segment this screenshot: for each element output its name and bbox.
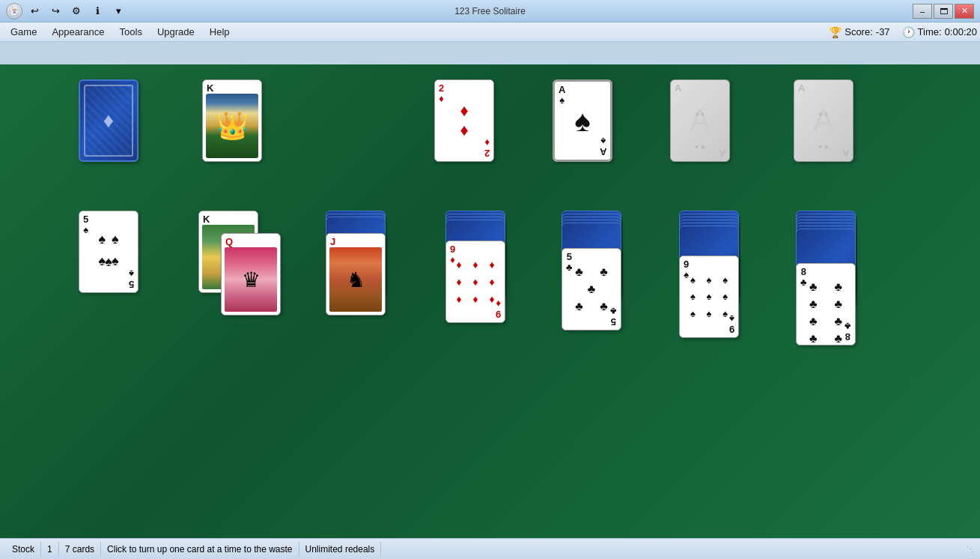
game-area[interactable]: ♦ K♣ K♣ 👑 2♦ 2♦ ♦ ♦ A♠ A♠ ♠ A: [0, 64, 980, 538]
five-clubs-card[interactable]: 5♣ 5♣ ♣♣ ♣ ♣♣: [561, 248, 621, 330]
status-hint: Click to turn up one card at a time to t…: [101, 542, 299, 557]
title-bar-left: 🃏 ↩ ↪ ⚙ ℹ ▾: [6, 2, 127, 20]
toolbar-icon-1[interactable]: ↩: [25, 2, 43, 20]
time-display: 🕐 Time: 0:00:20: [902, 26, 977, 38]
queen-tableau-card[interactable]: Q♥ Q♥ ♛: [221, 233, 281, 315]
stock-pile[interactable]: ♦: [79, 79, 139, 162]
status-stock-count: 1: [41, 542, 59, 557]
maximize-button[interactable]: 🗖: [934, 4, 953, 19]
status-bar: Stock 1 7 cards Click to turn up one car…: [0, 538, 980, 559]
window-controls: – 🗖 ✕: [913, 4, 974, 19]
menu-tools[interactable]: Tools: [112, 24, 150, 40]
resize-grip-icon: ⋱: [967, 545, 974, 553]
five-spades-card[interactable]: 5♠ 5♠ ♠♠ ♠♠ ♠: [79, 211, 139, 293]
toolbar-icon-5[interactable]: ▾: [109, 2, 127, 20]
close-button[interactable]: ✕: [955, 4, 974, 19]
score-value: -37: [876, 26, 890, 37]
toolbar-icon-3[interactable]: ⚙: [67, 2, 85, 20]
window-title: 123 Free Solitaire: [454, 6, 526, 16]
nine-spades-card[interactable]: 9♠ 9♠ ♠♠♠ ♠♠♠ ♠♠♠: [679, 256, 739, 338]
title-bar: 🃏 ↩ ↪ ⚙ ℹ ▾ 123 Free Solitaire – 🗖 ✕: [0, 0, 980, 22]
menu-appearance[interactable]: Appearance: [44, 24, 112, 40]
minimize-button[interactable]: –: [913, 4, 932, 19]
status-cards-count: 7 cards: [59, 542, 101, 557]
king-clubs-card[interactable]: K♣ K♣ 👑: [202, 79, 262, 162]
time-label: Time:: [918, 26, 942, 37]
foundation-1[interactable]: A A A ♥ ♣ ♠ ♦: [670, 79, 730, 162]
toolbar-icon-2[interactable]: ↪: [46, 2, 64, 20]
score-display: 🏆 Score: -37: [829, 26, 889, 38]
status-stock-label: Stock: [6, 542, 41, 557]
ace-spades-card[interactable]: A♠ A♠ ♠: [553, 79, 612, 162]
nine-diamonds-card[interactable]: 9♦ 9♦ ♦♦♦ ♦♦♦ ♦♦♦: [445, 241, 505, 323]
menu-upgrade[interactable]: Upgrade: [150, 24, 202, 40]
menu-help[interactable]: Help: [202, 24, 237, 40]
menu-bar: Game Appearance Tools Upgrade Help 🏆 Sco…: [0, 22, 980, 42]
menu-game[interactable]: Game: [3, 24, 44, 40]
jack-diamonds-card[interactable]: J♦ J♦ ♞: [326, 233, 386, 315]
two-diamonds-card[interactable]: 2♦ 2♦ ♦ ♦: [434, 79, 494, 162]
status-redeals: Unlimited redeals: [299, 542, 382, 557]
foundation-2[interactable]: A A A ♥ ♣ ♠ ♦: [794, 79, 853, 162]
time-value: 0:00:20: [945, 26, 977, 37]
app-icon-btn[interactable]: 🃏: [6, 3, 22, 19]
score-label: Score:: [844, 26, 873, 37]
toolbar-icon-4[interactable]: ℹ: [88, 2, 106, 20]
eight-clubs-card[interactable]: 8♣ 8♣ ♣♣ ♣♣ ♣♣ ♣♣: [796, 263, 856, 345]
